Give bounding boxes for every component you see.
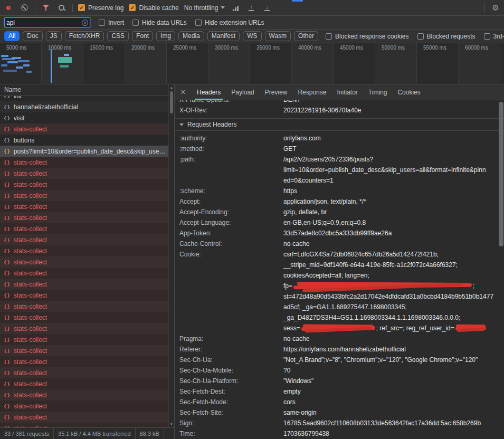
tab-response[interactable]: Response [292, 84, 331, 100]
header-row: Sign:16785:5aad9602cf110608b03133de56364… [179, 418, 497, 428]
header-name: :scheme: [179, 186, 283, 196]
request-row[interactable]: {}stats-collect [0, 201, 174, 212]
clear-button[interactable] [19, 3, 30, 13]
name-column-header[interactable]: Name [0, 84, 174, 96]
filter-checkbox-blocked-requests[interactable]: Blocked requests [417, 33, 476, 40]
request-row[interactable]: {}stats-collect [0, 212, 174, 223]
request-row[interactable]: {}init [0, 96, 174, 101]
request-row[interactable]: {}stats-collect [0, 279, 174, 290]
filter-chip-fetchxhr[interactable]: Fetch/XHR [65, 31, 104, 41]
checkbox-unchecked-icon [326, 33, 332, 40]
request-row[interactable]: {}stats-collect [0, 400, 174, 412]
scroll-up-icon[interactable] [169, 86, 174, 89]
checkbox-unchecked-icon [195, 20, 202, 26]
filter-chip-other[interactable]: Other [294, 31, 318, 41]
requests-scrollbar[interactable] [168, 84, 174, 427]
request-row[interactable]: {}stats-collect [0, 356, 174, 367]
tab-timing[interactable]: Timing [363, 84, 393, 100]
request-name: stats-collect [14, 203, 47, 211]
scroll-down-icon[interactable] [169, 423, 174, 426]
header-name: Pragma: [179, 333, 283, 344]
filter-input-box[interactable] [4, 17, 90, 27]
clear-filter-icon[interactable] [82, 20, 88, 26]
header-value: same-origin [283, 407, 497, 418]
export-har-button[interactable] [262, 3, 272, 13]
filter-chip-manifest[interactable]: Manifest [207, 31, 240, 41]
request-row[interactable]: {}stats-collect [0, 223, 174, 234]
header-value: "Not_A Brand";v="8", "Chromium";v="120",… [283, 355, 497, 365]
request-row[interactable]: {}stats-collect [0, 245, 174, 256]
request-row[interactable]: {}stats-collect [0, 334, 174, 345]
overview-bar [1, 55, 8, 57]
request-row[interactable]: {}stats-collect [0, 367, 174, 378]
request-row[interactable]: {}visit [0, 112, 174, 123]
request-row[interactable]: {}stats-collect [0, 301, 174, 312]
xhr-icon: {} [4, 326, 11, 331]
throttling-dropdown[interactable]: No throttling [184, 4, 225, 12]
network-conditions-button[interactable] [230, 3, 241, 13]
filter-checkbox-3rd-party-requests[interactable]: 3rd-party requests [484, 33, 504, 40]
details-scrollbar-thumb[interactable] [499, 102, 503, 246]
request-row[interactable]: {}stats-collect [0, 157, 174, 168]
request-row[interactable]: {}stats-collect [0, 312, 174, 323]
filter-chip-media[interactable]: Media [178, 31, 204, 41]
overview-bar [3, 70, 17, 72]
close-details-button[interactable] [175, 84, 192, 100]
filter-chip-wasm[interactable]: Wasm [265, 31, 291, 41]
request-row[interactable]: {}stats-collect [0, 290, 174, 301]
filter-chip-img[interactable]: Img [156, 31, 175, 41]
tab-preview[interactable]: Preview [260, 84, 293, 100]
request-row[interactable]: {}stats-collect [0, 323, 174, 334]
filter-chip-js[interactable]: JS [46, 31, 62, 41]
headers-content[interactable]: X-Frame-Options:DENYX-Of-Rev:20231226191… [175, 100, 504, 439]
header-row: X-Of-Rev:202312261916-30670fa40e [179, 105, 497, 116]
header-row: Sec-Ch-Ua-Mobile:?0 [179, 365, 497, 376]
throttling-value: No throttling [184, 4, 218, 12]
header-value: DENY [283, 100, 497, 105]
request-row[interactable]: {}stats-collect [0, 234, 174, 245]
request-row[interactable]: {}stats-collect [0, 168, 174, 179]
request-row[interactable]: {}stats-collect [0, 268, 174, 279]
preserve-log-checkbox[interactable]: Preserve log [78, 4, 123, 12]
search-button[interactable] [56, 3, 67, 13]
header-value: "Windows" [283, 376, 497, 386]
request-row[interactable]: {}stats-collect [0, 389, 174, 400]
request-row[interactable]: {}stats-collect [0, 256, 174, 268]
request-headers-section[interactable]: Request Headers [175, 118, 504, 131]
request-row[interactable]: {}stats-collect [0, 412, 174, 423]
filter-chip-ws[interactable]: WS [243, 31, 261, 41]
filter-checkbox-blocked-response-cookies[interactable]: Blocked response cookies [326, 33, 408, 40]
filter-chip-css[interactable]: CSS [107, 31, 129, 41]
request-row[interactable]: {}stats-collect [0, 179, 174, 190]
tab-initiator[interactable]: Initiator [331, 84, 363, 100]
filter-toggle-button[interactable] [41, 3, 51, 13]
request-row[interactable]: {}stats-collect [0, 190, 174, 201]
scrollbar-thumb[interactable] [170, 91, 173, 113]
request-name: stats-collect [14, 247, 47, 255]
request-row[interactable]: {}stats-collect [0, 423, 174, 427]
timeline-overview[interactable]: 5000 ms10000 ms15000 ms20000 ms25000 ms3… [0, 43, 504, 84]
request-row[interactable]: {}posts?limit=10&order=publish_date_desc… [0, 146, 174, 157]
request-row[interactable]: {}stats-collect [0, 123, 174, 135]
request-row[interactable]: {}hannahelizabethofficial [0, 101, 174, 112]
filter-input[interactable] [5, 19, 82, 26]
invert-checkbox[interactable]: Invert [99, 19, 124, 26]
request-row[interactable]: {}stats-collect [0, 345, 174, 356]
import-har-button[interactable] [246, 3, 256, 13]
record-button[interactable] [3, 3, 14, 13]
request-name: stats-collect [14, 314, 47, 321]
settings-button[interactable] [490, 3, 501, 13]
hide-extension-urls-checkbox[interactable]: Hide extension URLs [195, 19, 264, 26]
request-row[interactable]: {}stats-collect [0, 378, 174, 389]
filter-chip-all[interactable]: All [4, 31, 20, 41]
tab-cookies[interactable]: Cookies [392, 84, 425, 100]
tab-payload[interactable]: Payload [226, 84, 259, 100]
filter-chip-font[interactable]: Font [132, 31, 153, 41]
request-list-viewport[interactable]: {}init{}hannahelizabethofficial{}visit{}… [0, 96, 174, 427]
disable-cache-checkbox[interactable]: Disable cache [129, 4, 178, 12]
filter-chip-doc[interactable]: Doc [23, 31, 42, 41]
request-row[interactable]: {}buttons [0, 135, 174, 146]
network-conditions-icon [233, 5, 239, 11]
tab-headers[interactable]: Headers [192, 84, 226, 100]
hide-data-urls-checkbox[interactable]: Hide data URLs [132, 19, 187, 26]
